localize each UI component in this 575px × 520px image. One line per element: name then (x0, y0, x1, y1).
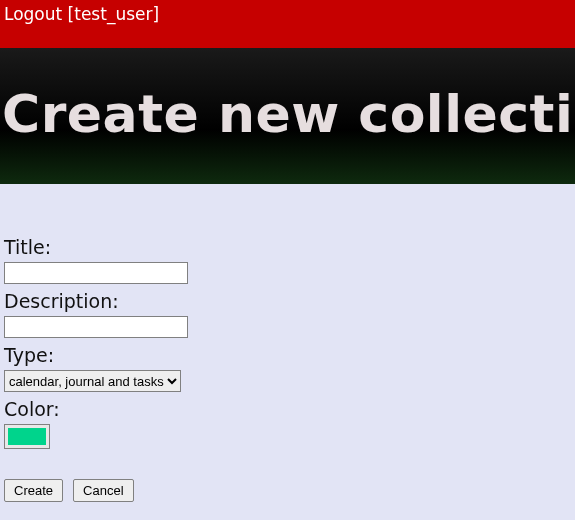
cancel-button[interactable]: Cancel (73, 479, 133, 502)
color-swatch (8, 428, 46, 445)
description-input[interactable] (4, 316, 188, 338)
topbar: Logout [test_user] (0, 0, 575, 48)
hero-banner: Create new collection (0, 48, 575, 184)
type-label: Type: (4, 344, 571, 366)
type-select[interactable]: calendar, journal and tasks (4, 370, 181, 392)
title-input[interactable] (4, 262, 188, 284)
create-collection-form: Title: Description: Type: calendar, jour… (0, 184, 575, 502)
color-label: Color: (4, 398, 571, 420)
page-title: Create new collection (2, 84, 575, 144)
logout-link[interactable]: Logout [test_user] (4, 4, 159, 24)
color-input[interactable] (4, 424, 50, 449)
form-buttons: Create Cancel (4, 477, 571, 502)
create-button[interactable]: Create (4, 479, 63, 502)
title-label: Title: (4, 236, 571, 258)
description-label: Description: (4, 290, 571, 312)
